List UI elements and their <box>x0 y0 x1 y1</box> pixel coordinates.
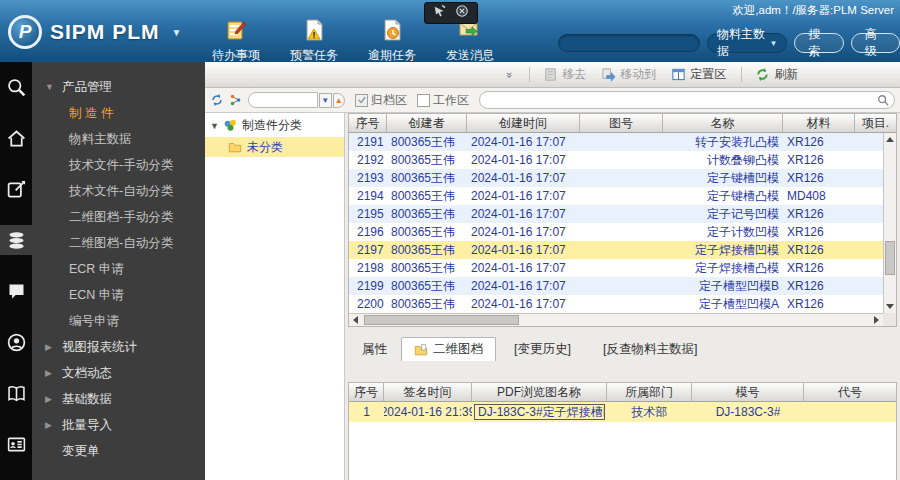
drawings-table-row[interactable]: 1 2024-01-16 21:39 DJ-183C-3#定子焊接槽凹模... … <box>349 402 896 422</box>
cell-create-time: 2024-01-16 17:07 <box>467 223 580 241</box>
todo-items-button[interactable]: 待办事项 <box>212 17 260 64</box>
search-button[interactable]: 搜索 <box>794 33 843 53</box>
overdue-tasks-button[interactable]: 逾期任务 <box>368 17 416 64</box>
parts-column-header[interactable]: 序号 <box>349 114 387 133</box>
tab-reverse-lookup[interactable]: [反查物料主数据] <box>589 338 711 361</box>
sidebar-section-report-stats[interactable]: ▶ 视图报表统计 <box>32 334 205 360</box>
collapse-chevron-icon[interactable]: » <box>504 71 516 77</box>
drawings-column-header[interactable]: 代号 <box>804 383 896 402</box>
parts-column-header[interactable]: 图号 <box>580 114 663 133</box>
tree-structure-icon[interactable] <box>229 93 243 107</box>
cell-seq: 2200 <box>349 295 387 313</box>
parts-column-header[interactable]: 材料 <box>783 114 855 133</box>
sidebar-item[interactable]: 物料主数据 <box>32 126 205 152</box>
sidebar-section-doc-activity[interactable]: ▶ 文档动态 <box>32 360 205 386</box>
contact-icon[interactable] <box>0 327 32 357</box>
org-card-icon[interactable] <box>0 429 32 459</box>
cell-seq: 2195 <box>349 205 387 223</box>
cell-drawing-no <box>580 241 663 259</box>
tab-change-history[interactable]: [变更历史] <box>500 338 585 361</box>
chevron-down-icon: ▼ <box>769 39 777 48</box>
parts-table-row[interactable]: 2200 800365王伟 2024-01-16 17:07 定子槽型凹模A X… <box>349 295 883 313</box>
parts-table-row[interactable]: 2199 800365王伟 2024-01-16 17:07 定子槽型凹模B X… <box>349 277 883 295</box>
tree-search-input[interactable] <box>248 92 318 108</box>
global-search-input[interactable] <box>558 34 700 52</box>
sidebar-item[interactable]: 技术文件-自动分类 <box>32 178 205 204</box>
locate-down-button[interactable]: ▼ <box>319 93 332 108</box>
parts-table-row[interactable]: 2193 800365王伟 2024-01-16 17:07 定子键槽凹模 XR… <box>349 169 883 187</box>
plm-application-window: P SIPM PLM ▼ 待办事项 预警任务 逾期任务 发送消息 <box>0 0 900 480</box>
parts-table-row[interactable]: 2198 800365王伟 2024-01-16 17:07 定子焊接槽凸模 X… <box>349 259 883 277</box>
tree-child-label: 未分类 <box>247 139 283 156</box>
scroll-right-arrow[interactable] <box>870 314 883 326</box>
scroll-down-arrow[interactable] <box>884 300 896 313</box>
alert-tasks-button[interactable]: 预警任务 <box>290 17 338 64</box>
chevron-down-icon[interactable]: ▼ <box>172 27 182 38</box>
move-to-button[interactable]: 移动到 <box>601 66 656 83</box>
horizontal-scroll-thumb[interactable] <box>364 315 519 325</box>
remove-button[interactable]: 移去 <box>543 66 586 83</box>
parts-table-row[interactable]: 2195 800365王伟 2024-01-16 17:07 定子记号凹模 XR… <box>349 205 883 223</box>
drawings-column-header[interactable]: PDF浏览图名称 <box>472 383 607 402</box>
tab-drawings[interactable]: 二维图档 <box>401 337 496 361</box>
locate-up-button[interactable]: ▲ <box>333 93 346 108</box>
parts-table-row[interactable]: 2194 800365王伟 2024-01-16 17:07 定子键槽凸模 MD… <box>349 187 883 205</box>
dock-area-button[interactable]: 定置区 <box>671 66 726 83</box>
tree-refresh-icon[interactable] <box>210 93 224 107</box>
send-message-button[interactable]: 发送消息 <box>446 17 494 64</box>
app-logo[interactable]: P SIPM PLM ▼ <box>8 15 181 49</box>
message-icon[interactable] <box>0 276 32 306</box>
todo-list-icon <box>223 17 249 46</box>
scroll-up-arrow[interactable] <box>884 133 896 146</box>
sidebar-item[interactable]: 编号申请 <box>32 308 205 334</box>
refresh-button[interactable]: 刷新 <box>755 66 798 83</box>
parts-table-row[interactable]: 2191 800365王伟 2024-01-16 17:07 转子安装孔凸模 X… <box>349 133 883 151</box>
close-icon[interactable] <box>455 4 469 22</box>
drawings-column-header[interactable]: 模号 <box>692 383 804 402</box>
category-cluster-icon <box>223 118 238 133</box>
advanced-search-button[interactable]: 高级 <box>851 33 900 53</box>
sidebar-item[interactable]: ECN 申请 <box>32 282 205 308</box>
search-icon[interactable] <box>877 94 889 106</box>
cell-pdf-name[interactable]: DJ-183C-3#定子焊接槽凹模... <box>472 402 607 422</box>
vertical-scroll-thumb[interactable] <box>885 241 895 275</box>
tab-properties[interactable]: 属性 <box>348 338 401 361</box>
scroll-left-arrow[interactable] <box>349 314 362 326</box>
drawings-column-header[interactable]: 所属部门 <box>607 383 692 402</box>
parts-column-header[interactable]: 创建时间 <box>467 114 580 133</box>
drawings-column-header[interactable]: 序号 <box>349 383 384 402</box>
sidebar-item[interactable]: ECR 申请 <box>32 256 205 282</box>
tree-root-node[interactable]: ▼ 制造件分类 <box>205 113 344 137</box>
sidebar-item[interactable]: 二维图档-手动分类 <box>32 204 205 230</box>
parts-column-header[interactable]: 项目. <box>855 114 896 133</box>
edit-icon[interactable] <box>0 174 32 204</box>
search-category-dropdown[interactable]: 物料主数据 ▼ <box>707 33 787 53</box>
sidebar-section-product-mgmt[interactable]: ▼ 产品管理 <box>32 74 205 100</box>
cell-material: XR126 <box>783 223 855 241</box>
parts-column-header[interactable]: 创建者 <box>387 114 467 133</box>
sipm-search-icon[interactable] <box>0 72 32 102</box>
book-icon[interactable] <box>0 378 32 408</box>
tree-node-unclassified[interactable]: 未分类 <box>205 137 344 157</box>
horizontal-scrollbar[interactable] <box>349 313 883 326</box>
drawings-column-header[interactable]: 签名时间 <box>384 383 472 402</box>
database-icon[interactable] <box>0 225 32 255</box>
parts-table-row[interactable]: 2197 800365王伟 2024-01-16 17:07 定子焊接槽凹模 X… <box>349 241 883 259</box>
parts-table-row[interactable]: 2196 800365王伟 2024-01-16 17:07 定子计数凹模 XR… <box>349 223 883 241</box>
archive-checkbox[interactable] <box>355 94 368 107</box>
sidebar-item[interactable]: 技术文件-手动分类 <box>32 152 205 178</box>
parts-column-header[interactable]: 名称 <box>663 114 783 133</box>
cursor-pin-icon[interactable] <box>433 4 447 22</box>
workspace-checkbox[interactable] <box>417 94 430 107</box>
cell-seq: 2191 <box>349 133 387 151</box>
sidebar-section-batch-import[interactable]: ▶ 批量导入 <box>32 412 205 438</box>
table-filter-input[interactable] <box>479 91 895 109</box>
sidebar-item[interactable]: 制 造 件 <box>32 100 205 126</box>
parts-table-row[interactable]: 2192 800365王伟 2024-01-16 17:07 计数叠铆凸模 XR… <box>349 151 883 169</box>
sidebar-item[interactable]: 二维图档-自动分类 <box>32 230 205 256</box>
cell-create-time: 2024-01-16 17:07 <box>467 133 580 151</box>
sidebar-section-base-data[interactable]: ▶ 基础数据 <box>32 386 205 412</box>
home-icon[interactable] <box>0 123 32 153</box>
sidebar-section-change-order[interactable]: 变更单 <box>32 438 205 464</box>
vertical-scrollbar[interactable] <box>883 133 896 313</box>
